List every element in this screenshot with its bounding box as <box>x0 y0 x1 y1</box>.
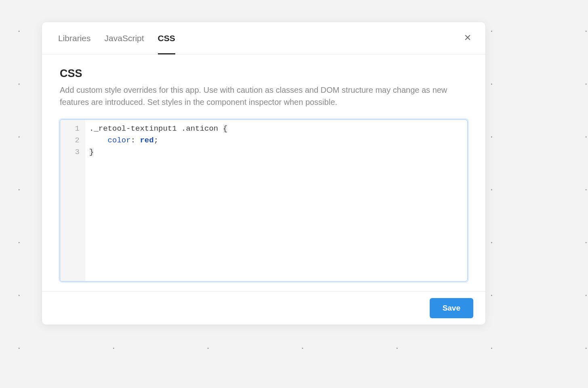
save-button[interactable]: Save <box>430 298 473 318</box>
code-value: red <box>140 136 153 145</box>
tab-css[interactable]: CSS <box>158 22 175 54</box>
section-description: Add custom style overrides for this app.… <box>60 84 464 108</box>
modal-body: CSS Add custom style overrides for this … <box>42 54 485 291</box>
code-selector: ._retool-textinput1 .anticon <box>89 124 218 133</box>
code-brace-close: } <box>89 148 94 156</box>
tab-javascript[interactable]: JavaScript <box>105 22 144 54</box>
line-number: 3 <box>60 146 80 158</box>
css-editor[interactable]: 1 2 3 ._retool-textinput1 .anticon { col… <box>60 119 468 282</box>
modal-header: Libraries JavaScript CSS <box>42 22 485 54</box>
modal-footer: Save <box>42 291 485 325</box>
close-icon <box>464 33 472 43</box>
tab-libraries[interactable]: Libraries <box>58 22 91 54</box>
line-number: 2 <box>60 135 80 146</box>
code-indent <box>89 136 108 145</box>
settings-modal: Libraries JavaScript CSS CSS Add custom … <box>42 22 485 325</box>
editor-code-area[interactable]: ._retool-textinput1 .anticon { color: re… <box>85 120 467 281</box>
code-brace-open: { <box>223 124 227 133</box>
code-space <box>135 136 140 145</box>
code-semicolon: ; <box>154 136 158 145</box>
section-title: CSS <box>60 67 468 80</box>
close-button[interactable] <box>461 32 474 45</box>
editor-gutter: 1 2 3 <box>60 120 85 281</box>
code-property: color <box>108 136 131 145</box>
code-colon: : <box>131 136 135 145</box>
line-number: 1 <box>60 123 80 135</box>
tabs: Libraries JavaScript CSS <box>58 22 175 54</box>
